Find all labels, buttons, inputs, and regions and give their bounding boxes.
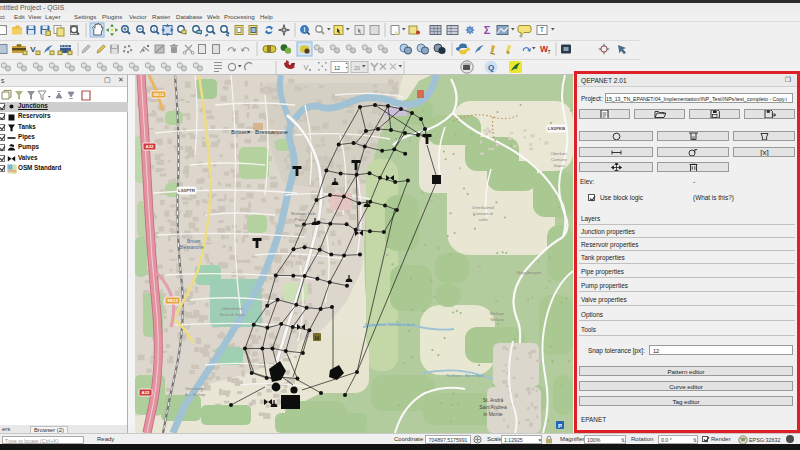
svg-text:20: 20 — [354, 65, 360, 71]
svg-text:P: P — [558, 423, 562, 429]
svg-text:sotto: sotto — [478, 217, 488, 222]
svg-text:Bressanone: Bressanone — [179, 245, 204, 250]
svg-text:Terzo di Sotto: Terzo di Sotto — [219, 312, 245, 317]
svg-text:Rio Scaleres - Schalderer Bach: Rio Scaleres - Schalderer Bach — [365, 323, 415, 327]
svg-text:12: 12 — [334, 65, 340, 71]
svg-text:LS5PKB: LS5PKB — [548, 126, 565, 131]
svg-text:Q: Q — [488, 63, 494, 72]
svg-text:V: V — [303, 63, 308, 72]
svg-text:Mulat: Mulat — [295, 223, 306, 228]
svg-text:Sant'Andrea: Sant'Andrea — [479, 404, 507, 410]
svg-text:Meluno: Meluno — [490, 317, 504, 322]
svg-text:[x]: [x] — [760, 148, 768, 157]
svg-text:A22: A22 — [141, 390, 150, 395]
svg-text:Mutterer höfe: Mutterer höfe — [291, 211, 317, 216]
svg-text:Au - Bishop: Au - Bishop — [185, 392, 206, 397]
svg-text:Unterkalmol: Unterkalmol — [472, 205, 494, 210]
svg-text:Σ: Σ — [484, 24, 491, 36]
svg-text:Comune di: Comune di — [473, 211, 493, 216]
svg-text:Bressanone: Bressanone — [255, 128, 289, 135]
svg-text:LS5PTR: LS5PTR — [178, 188, 196, 193]
svg-text:T: T — [540, 26, 545, 33]
svg-text:St. Andrä: St. Andrä — [483, 397, 504, 403]
svg-text:V: V — [30, 45, 36, 54]
svg-text:T: T — [547, 49, 550, 55]
svg-text:Brixen: Brixen — [231, 128, 249, 135]
svg-text:Nogglburgen: Nogglburgen — [516, 270, 542, 275]
svg-text:SS12: SS12 — [167, 298, 178, 303]
svg-text:Brixen: Brixen — [187, 239, 200, 244]
svg-text:1: 1 — [153, 28, 155, 32]
svg-text:A22: A22 — [145, 144, 154, 149]
svg-text:Comune: Comune — [551, 157, 567, 162]
svg-text:Mellaun: Mellaun — [490, 311, 505, 316]
svg-text:i: i — [304, 26, 306, 33]
svg-text:Punta: Punta — [295, 217, 307, 222]
svg-text:SS12: SS12 — [153, 92, 164, 97]
svg-text:H: H — [315, 335, 319, 341]
svg-text:Oberkan.: Oberkan. — [550, 151, 567, 156]
svg-text:Unterdrittel: Unterdrittel — [222, 306, 243, 311]
svg-text:Vescovado: Vescovado — [185, 386, 205, 391]
svg-text:Rio Eores - Aferer Bach: Rio Eores - Aferer Bach — [446, 374, 484, 378]
svg-text:in Monte: in Monte — [483, 411, 502, 417]
svg-text:Sopra: Sopra — [553, 163, 565, 168]
